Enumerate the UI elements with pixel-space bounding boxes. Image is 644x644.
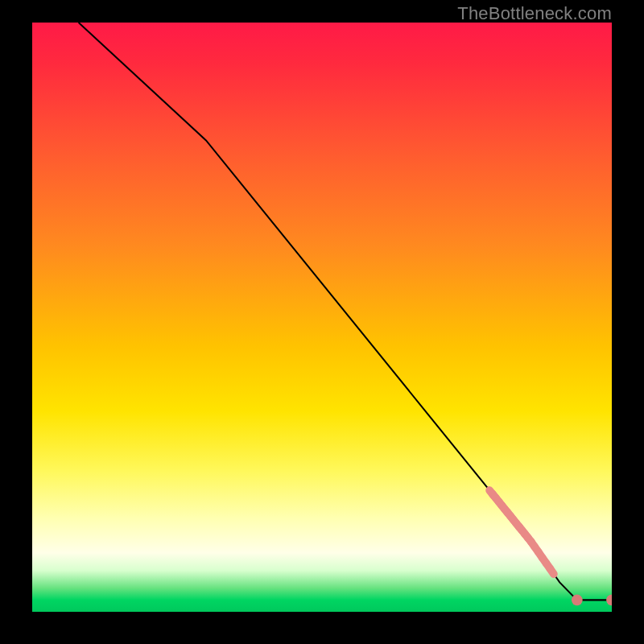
marker-dash	[513, 519, 517, 524]
bottleneck-curve	[79, 23, 612, 600]
marker-cluster	[489, 490, 554, 574]
marker-dash	[530, 541, 535, 547]
chart-stage: TheBottleneck.com	[0, 0, 644, 644]
marker-dash	[495, 497, 499, 502]
marker-dash	[522, 530, 526, 535]
end-markers	[572, 594, 612, 605]
marker-dash	[493, 493, 497, 498]
curve-layer	[32, 23, 612, 612]
watermark-text: TheBottleneck.com	[457, 3, 612, 24]
marker-dash	[527, 537, 531, 542]
end-marker-dot	[606, 594, 612, 605]
marker-dash	[524, 533, 528, 538]
marker-dash	[507, 512, 511, 517]
marker-dash	[501, 505, 505, 510]
marker-dash	[543, 558, 547, 564]
marker-dash	[550, 568, 554, 574]
marker-dash	[498, 501, 502, 506]
marker-dash	[510, 515, 514, 520]
marker-dash	[504, 508, 508, 513]
marker-dash	[518, 526, 522, 530]
marker-dash	[539, 552, 543, 558]
marker-dash	[546, 564, 550, 569]
marker-dash	[489, 490, 493, 495]
plot-area	[32, 23, 612, 612]
end-marker-dot	[572, 594, 583, 605]
marker-dash	[535, 547, 539, 552]
marker-dash	[515, 522, 519, 527]
